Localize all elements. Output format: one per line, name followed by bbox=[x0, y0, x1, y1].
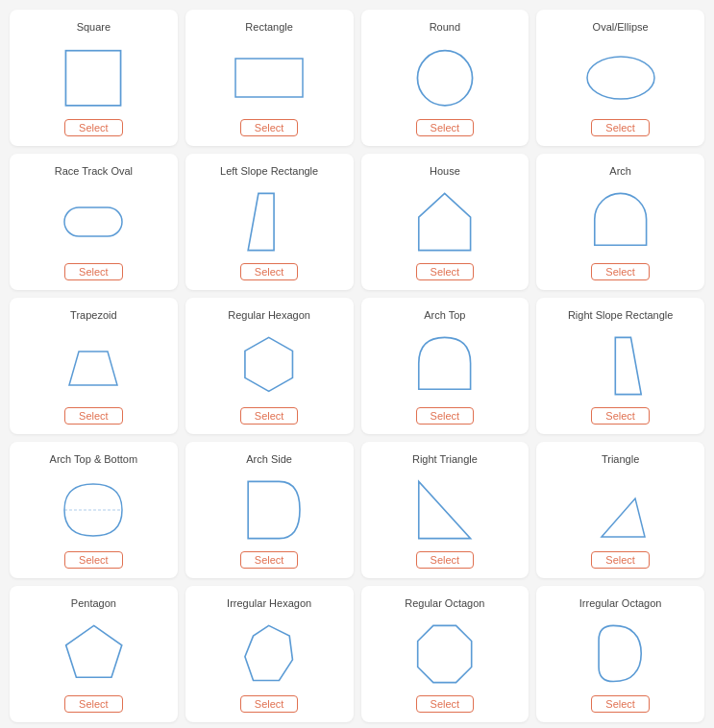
shape-preview bbox=[55, 620, 132, 688]
shape-label: Left Slope Rectangle bbox=[220, 165, 318, 181]
shape-label: Rectangle bbox=[245, 21, 293, 36]
select-button-oval-ellipse[interactable]: Select bbox=[591, 119, 650, 136]
shape-preview bbox=[55, 332, 132, 400]
select-button-arch-side[interactable]: Select bbox=[240, 551, 299, 569]
shape-card-rectangle: Rectangle Select bbox=[185, 10, 354, 146]
select-button-regular-hexagon[interactable]: Select bbox=[240, 407, 299, 425]
shape-preview bbox=[582, 188, 659, 255]
shape-preview bbox=[406, 476, 483, 544]
shape-preview bbox=[231, 44, 308, 111]
shape-preview bbox=[582, 44, 659, 111]
shape-label: Oval/Ellipse bbox=[593, 21, 649, 36]
shape-card-arch: Arch Select bbox=[536, 154, 704, 290]
select-button-square[interactable]: Select bbox=[64, 119, 123, 136]
shape-preview bbox=[231, 476, 308, 544]
select-button-right-slope-rectangle[interactable]: Select bbox=[591, 407, 650, 425]
shape-card-right-triangle: Right Triangle Select bbox=[361, 442, 529, 578]
select-button-pentagon[interactable]: Select bbox=[64, 695, 123, 713]
select-button-house[interactable]: Select bbox=[416, 263, 475, 280]
shape-preview bbox=[406, 44, 483, 111]
shape-card-triangle: Triangle Select bbox=[536, 442, 704, 578]
svg-marker-13 bbox=[65, 625, 121, 677]
shape-label: Square bbox=[77, 21, 111, 36]
select-button-round[interactable]: Select bbox=[416, 119, 475, 136]
shape-preview bbox=[231, 620, 308, 688]
shape-card-pentagon: Pentagon Select bbox=[10, 586, 178, 722]
shape-preview bbox=[406, 332, 483, 400]
svg-rect-4 bbox=[64, 207, 122, 236]
svg-marker-11 bbox=[419, 481, 471, 538]
select-button-right-triangle[interactable]: Select bbox=[416, 551, 475, 569]
shape-label: Irregular Hexagon bbox=[227, 597, 311, 613]
select-button-irregular-octagon[interactable]: Select bbox=[591, 695, 650, 713]
shape-label: Arch Side bbox=[246, 453, 292, 469]
svg-point-2 bbox=[417, 50, 472, 105]
shape-card-arch-top-bottom: Arch Top & Bottom Select bbox=[10, 442, 178, 578]
shape-label: Round bbox=[430, 21, 460, 36]
shape-label: Pentagon bbox=[71, 597, 116, 613]
shape-card-race-track-oval: Race Track Oval Select bbox=[10, 154, 178, 290]
shape-preview bbox=[582, 476, 659, 544]
select-button-triangle[interactable]: Select bbox=[591, 551, 650, 569]
shape-label: Trapezoid bbox=[70, 309, 117, 325]
shape-preview bbox=[55, 188, 132, 255]
svg-rect-0 bbox=[66, 50, 121, 105]
shape-card-right-slope-rectangle: Right Slope Rectangle Select bbox=[536, 298, 704, 434]
shape-card-regular-hexagon: Regular Hexagon Select bbox=[185, 298, 354, 434]
shape-preview bbox=[231, 188, 308, 255]
shape-preview bbox=[582, 332, 659, 400]
shape-label: Arch Top & Bottom bbox=[50, 453, 138, 469]
shape-card-trapezoid: Trapezoid Select bbox=[10, 298, 178, 434]
select-button-regular-octagon[interactable]: Select bbox=[416, 695, 475, 713]
select-button-rectangle[interactable]: Select bbox=[240, 119, 299, 136]
svg-marker-14 bbox=[245, 625, 293, 680]
shape-label: Arch bbox=[609, 165, 631, 181]
shape-card-arch-side: Arch Side Select bbox=[185, 442, 354, 578]
shape-label: House bbox=[430, 165, 460, 181]
svg-marker-6 bbox=[419, 193, 471, 250]
shapes-grid: Square Select Rectangle Select Round Sel… bbox=[10, 10, 704, 728]
svg-marker-5 bbox=[249, 193, 275, 250]
shape-card-irregular-hexagon: Irregular Hexagon Select bbox=[185, 586, 354, 722]
svg-marker-9 bbox=[615, 337, 641, 394]
shape-label: Irregular Octagon bbox=[579, 597, 662, 613]
svg-marker-15 bbox=[418, 625, 472, 682]
select-button-trapezoid[interactable]: Select bbox=[64, 407, 123, 425]
shape-preview bbox=[55, 44, 132, 111]
shape-preview bbox=[582, 620, 659, 688]
shape-label: Regular Octagon bbox=[405, 597, 484, 613]
shape-card-house: House Select bbox=[361, 154, 529, 290]
shape-label: Regular Hexagon bbox=[228, 309, 310, 325]
select-button-irregular-hexagon[interactable]: Select bbox=[240, 695, 299, 713]
svg-marker-8 bbox=[245, 337, 293, 391]
shape-card-oval-ellipse: Oval/Ellipse Select bbox=[536, 10, 704, 146]
select-button-arch-top-bottom[interactable]: Select bbox=[64, 551, 123, 569]
svg-marker-7 bbox=[69, 352, 117, 385]
shape-label: Right Triangle bbox=[412, 453, 478, 469]
shape-preview bbox=[406, 188, 483, 255]
select-button-race-track-oval[interactable]: Select bbox=[64, 263, 123, 280]
svg-point-3 bbox=[587, 57, 654, 99]
shape-card-square: Square Select bbox=[10, 10, 178, 146]
shape-preview bbox=[231, 332, 308, 400]
select-button-arch-top[interactable]: Select bbox=[416, 407, 475, 425]
shape-label: Arch Top bbox=[424, 309, 465, 325]
shape-card-irregular-octagon: Irregular Octagon Select bbox=[536, 586, 704, 722]
shape-label: Triangle bbox=[602, 453, 639, 469]
shape-label: Right Slope Rectangle bbox=[568, 309, 673, 325]
select-button-left-slope-rectangle[interactable]: Select bbox=[240, 263, 299, 280]
select-button-arch[interactable]: Select bbox=[591, 263, 650, 280]
shape-card-arch-top: Arch Top Select bbox=[361, 298, 529, 434]
shape-preview bbox=[55, 476, 132, 544]
svg-marker-12 bbox=[602, 498, 645, 537]
shape-label: Race Track Oval bbox=[55, 165, 133, 181]
shape-card-round: Round Select bbox=[361, 10, 529, 146]
svg-rect-1 bbox=[235, 59, 303, 97]
shape-card-regular-octagon: Regular Octagon Select bbox=[361, 586, 529, 722]
shape-preview bbox=[406, 620, 483, 688]
shape-card-left-slope-rectangle: Left Slope Rectangle Select bbox=[185, 154, 354, 290]
